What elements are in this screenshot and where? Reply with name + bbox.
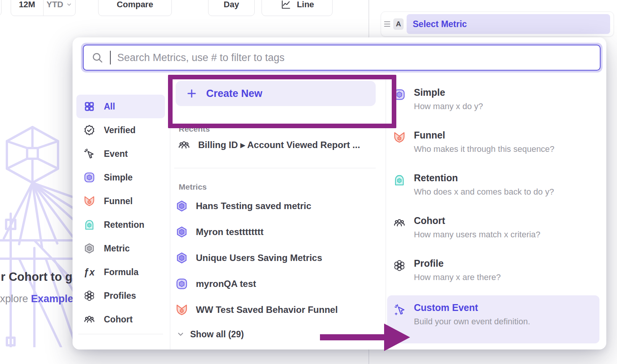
metric-icon: [83, 242, 95, 254]
funnel-icon: [393, 131, 405, 143]
metric-row-badge: A: [393, 18, 404, 30]
search-icon: [91, 52, 103, 64]
cohort-icon: [178, 139, 190, 151]
range-ytd-button[interactable]: YTD: [43, 0, 76, 16]
annotation-highlight-box: [168, 75, 396, 128]
type-title: Cohort: [414, 216, 540, 225]
search-placeholder: Search Metrics, use # to filter to tags: [117, 52, 284, 64]
sidebar-item-cohort[interactable]: Cohort: [76, 308, 165, 331]
sidebar-item-label: All: [104, 101, 115, 112]
sidebar-item-overflow[interactable]: T: [76, 343, 165, 350]
chart-type-line-button[interactable]: Line: [262, 0, 333, 16]
metric-item-label: myronQA test: [196, 279, 256, 289]
hexagon-icon: [176, 200, 188, 212]
sidebar-item-label: Profiles: [104, 291, 136, 301]
sidebar-item-label: Metric: [104, 243, 130, 254]
hexagon-icon: [176, 252, 188, 264]
metric-list-item[interactable]: Unique Users Saving Metrics: [176, 245, 376, 271]
metric-list-item[interactable]: myronQA test: [176, 271, 376, 297]
cohort-icon: [83, 313, 95, 325]
empty-state-headline-fragment: r Cohort to ge: [1, 270, 79, 284]
profiles-icon: [393, 259, 405, 272]
profiles-icon: [83, 290, 95, 302]
tag-icon: [83, 348, 95, 350]
type-title: Simple: [414, 88, 483, 97]
compare-button[interactable]: Compare: [98, 0, 172, 16]
metric-item-label: WW Test Saved Behavior Funnel: [196, 304, 338, 315]
sidebar-item-label: T: [104, 350, 109, 350]
metric-list-item[interactable]: Hans Testing saved metric: [176, 193, 376, 219]
metric-item-label: Myron testttttttt: [196, 227, 263, 237]
sidebar-item-funnel[interactable]: Funnel: [76, 189, 165, 213]
formula-icon: ƒx: [83, 266, 95, 278]
metric-type-custom-event[interactable]: Custom EventBuild your own event definit…: [387, 295, 599, 343]
divider: [174, 168, 376, 168]
metric-list-item[interactable]: WW Test Saved Behavior Funnel: [176, 297, 376, 323]
chevron-down-icon: [66, 0, 72, 11]
type-description: How many users match x criteria?: [414, 230, 540, 239]
recent-item[interactable]: Billing ID ▸ Account Viewed Report ...: [178, 134, 378, 156]
annotation-arrow: [316, 321, 412, 353]
sidebar-item-retention[interactable]: Retention: [76, 213, 165, 237]
search-focus-ring: Search Metrics, use # to filter to tags: [81, 43, 602, 72]
sidebar-item-label: Retention: [104, 220, 144, 230]
metric-type-retention[interactable]: RetentionWho does x and comes back to do…: [387, 168, 599, 206]
metric-item-label: Unique Users Saving Metrics: [196, 253, 322, 263]
sidebar-item-label: Event: [104, 149, 128, 159]
sidebar-item-metric[interactable]: Metric: [76, 237, 165, 260]
funnel-icon: [176, 304, 188, 316]
recent-item-label: Billing ID ▸ Account Viewed Report ...: [198, 140, 360, 150]
metric-item-label: Hans Testing saved metric: [196, 201, 311, 211]
sidebar-item-event[interactable]: Event: [76, 142, 165, 166]
type-description: Build your own event definition.: [414, 317, 530, 326]
simple-icon: [83, 171, 95, 184]
sidebar-divider: [78, 334, 163, 334]
line-chart-icon: [280, 0, 292, 11]
explore-line-fragment: xplore Example R: [0, 293, 84, 305]
drag-handle-icon[interactable]: [384, 21, 390, 27]
metric-type-simple[interactable]: SimpleHow many x do y?: [387, 82, 599, 121]
sidebar-item-all[interactable]: All: [76, 95, 165, 118]
sidebar-item-label: Formula: [104, 267, 139, 277]
simple-icon: [176, 278, 188, 290]
metrics-label: Metrics: [179, 182, 207, 192]
type-title: Funnel: [414, 130, 554, 140]
sidebar-item-simple[interactable]: Simple: [76, 166, 165, 189]
type-title: Profile: [414, 259, 501, 268]
metric-type-funnel[interactable]: FunnelWho makes it through this sequence…: [387, 125, 599, 163]
metric-type-cohort[interactable]: CohortHow many users match x criteria?: [387, 211, 599, 249]
cohort-icon: [393, 217, 405, 229]
funnel-icon: [83, 195, 95, 207]
screen: 12M YTD Compare Day Line A Select Metric…: [0, 0, 617, 364]
partial-button-left-edge[interactable]: [0, 0, 2, 16]
metric-list-item[interactable]: Myron testttttttt: [176, 219, 376, 245]
type-title: Custom Event: [414, 303, 530, 312]
type-description: Who makes it through this sequence?: [414, 145, 554, 153]
sidebar-item-label: Simple: [104, 172, 132, 183]
grid-icon: [83, 100, 95, 113]
granularity-day-button[interactable]: Day: [208, 0, 255, 16]
sidebar-item-formula[interactable]: ƒxFormula: [76, 260, 165, 284]
type-description: How many x do y?: [414, 102, 483, 111]
text-cursor: [110, 51, 111, 64]
range-12m-button[interactable]: 12M: [11, 0, 43, 16]
chevron-down-icon: [176, 328, 185, 340]
event-icon: [83, 148, 95, 160]
custom-event-icon: [393, 304, 405, 316]
sidebar-item-verified[interactable]: Verified: [76, 118, 165, 142]
type-description: How many x are there?: [414, 273, 501, 282]
type-title: Retention: [414, 173, 554, 183]
verified-icon: [83, 124, 95, 136]
metric-type-profile[interactable]: ProfileHow many x are there?: [387, 253, 599, 292]
date-range-group: 12M YTD: [11, 0, 76, 16]
search-input[interactable]: Search Metrics, use # to filter to tags: [83, 45, 601, 71]
background-illustration: [0, 126, 76, 347]
select-metric-field[interactable]: Select Metric: [407, 14, 610, 34]
sidebar-item-label: Cohort: [104, 314, 132, 325]
retention-icon: [393, 174, 405, 186]
retention-icon: [83, 219, 95, 231]
metric-query-row: A Select Metric: [381, 11, 614, 37]
type-description: Who does x and comes back to do y?: [414, 188, 554, 196]
hexagon-icon: [176, 226, 188, 238]
sidebar-item-profiles[interactable]: Profiles: [76, 284, 165, 308]
